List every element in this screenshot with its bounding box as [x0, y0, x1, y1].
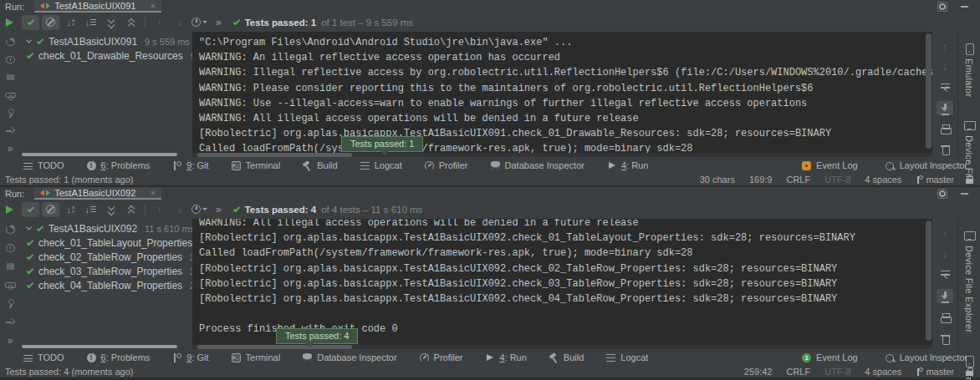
show-passed-button[interactable]	[22, 202, 39, 217]
run-tab[interactable]: TestA1BasicUIX092 ×	[34, 187, 161, 200]
git-branch[interactable]: master	[916, 367, 954, 377]
show-ignored-button[interactable]	[42, 202, 59, 217]
git-branch[interactable]: master	[916, 175, 954, 185]
tool-window-button[interactable]: Layout Inspector	[880, 351, 972, 365]
console-vertical-scrollbar[interactable]	[926, 220, 932, 341]
import-test-results-icon[interactable]	[5, 125, 16, 134]
test-tree-row[interactable]: check_04_TableRow_Properties 278 ms	[20, 278, 192, 292]
up-stacktrace-icon[interactable]: ↑	[942, 40, 948, 53]
expand-all-button[interactable]	[102, 15, 120, 30]
console-horizontal-scrollbar[interactable]	[192, 153, 932, 157]
tool-stripe-button[interactable]: Device File Explorer	[964, 231, 974, 332]
tool-window-button[interactable]: Event Log	[797, 351, 862, 365]
caret-position[interactable]: 169:9	[749, 175, 773, 185]
soft-wrap-button[interactable]	[937, 267, 953, 281]
screenshot-icon[interactable]	[5, 90, 16, 99]
import-test-results-icon[interactable]	[5, 317, 16, 327]
line-ending[interactable]: CRLF	[786, 175, 810, 185]
chevron-down-icon[interactable]	[26, 38, 32, 43]
gear-icon[interactable]	[937, 189, 947, 199]
test-tree-row[interactable]: TestA1BasicUIX092 (org.aplas.basicappx) …	[20, 221, 192, 236]
sort-by-duration-button[interactable]: ↓	[82, 15, 100, 30]
file-encoding[interactable]: UTF-8	[824, 175, 850, 185]
pin-icon[interactable]	[5, 108, 16, 117]
indent-setting[interactable]: 4 spaces	[865, 367, 901, 377]
more-actions-chevron[interactable]: »	[216, 204, 222, 215]
rerun-icon[interactable]	[5, 38, 16, 47]
stop-icon[interactable]	[5, 261, 16, 271]
print-button[interactable]	[937, 311, 953, 325]
clear-all-button[interactable]	[937, 332, 953, 347]
tool-window-button[interactable]: Database Inspector	[486, 159, 589, 173]
sort-by-duration-button[interactable]: ↓	[82, 202, 100, 217]
down-stacktrace-icon[interactable]: ↓	[942, 247, 948, 260]
test-tree-row[interactable]: check_01_Drawable_Resources 9 s 559 ms	[20, 48, 192, 63]
rerun-tests-button[interactable]	[6, 18, 13, 27]
tool-window-button[interactable]: TODO	[18, 159, 69, 173]
hidden-stripe-chevron[interactable]: »	[8, 335, 13, 347]
tree-horizontal-scrollbar[interactable]	[22, 153, 177, 156]
down-stacktrace-icon[interactable]: ↓	[942, 60, 948, 73]
lock-icon[interactable]	[966, 367, 973, 376]
test-history-icon[interactable]	[5, 55, 16, 64]
next-occurrence-button[interactable]: ↓	[171, 202, 188, 217]
tool-window-button[interactable]: Layout Inspector	[880, 159, 972, 173]
tool-window-button[interactable]: 9: Git	[167, 159, 212, 173]
screenshot-icon[interactable]	[5, 280, 16, 290]
show-ignored-button[interactable]	[42, 15, 59, 30]
tool-stripe-button[interactable]: Emulator	[964, 43, 974, 97]
tool-window-button[interactable]: Logcat	[601, 351, 652, 365]
rerun-tests-button[interactable]	[6, 205, 13, 214]
console-vertical-scrollbar[interactable]	[926, 33, 932, 149]
rerun-icon[interactable]	[5, 225, 16, 235]
collapse-all-button[interactable]	[122, 202, 140, 217]
stop-icon[interactable]	[5, 73, 16, 82]
indent-setting[interactable]: 4 spaces	[865, 175, 901, 185]
test-history-icon[interactable]	[5, 243, 16, 253]
run-tab[interactable]: TestA1BasicUIX091 ×	[34, 0, 161, 13]
test-tree-row[interactable]: check_01_TableLayout_Properties 10 s 644…	[20, 236, 192, 250]
gear-icon[interactable]	[937, 2, 947, 12]
tool-window-button[interactable]: 6: Problems	[82, 351, 155, 365]
collapse-all-button[interactable]	[122, 15, 140, 30]
test-tree-row[interactable]: TestA1BasicUIX091 (org.aplas.basicappx) …	[20, 34, 192, 48]
tool-window-button[interactable]: Profiler	[415, 351, 467, 365]
pin-icon[interactable]	[5, 298, 16, 308]
hidden-stripe-chevron[interactable]: »	[8, 143, 13, 155]
close-icon[interactable]: ×	[151, 188, 156, 198]
tree-horizontal-scrollbar[interactable]	[22, 345, 177, 348]
caret-position[interactable]: 259:42	[744, 367, 773, 377]
previous-occurrence-button[interactable]: ↑	[151, 15, 168, 30]
chevron-down-icon[interactable]	[26, 225, 32, 231]
tool-window-button[interactable]: Event Log	[797, 159, 862, 173]
console-output[interactable]: "C:\Program Files\Android\Android Studio…	[192, 32, 932, 157]
file-encoding[interactable]: UTF-8	[824, 367, 850, 377]
tool-window-button[interactable]: Build	[544, 351, 588, 365]
print-button[interactable]	[937, 123, 953, 136]
test-history-button[interactable]	[191, 15, 208, 30]
test-tree-row[interactable]: check_02_TableRow_Properties 344 ms	[20, 250, 192, 264]
close-icon[interactable]: ×	[151, 1, 156, 11]
tool-window-button[interactable]: Terminal	[227, 351, 285, 365]
tool-window-button[interactable]: 6: Problems	[82, 159, 155, 173]
previous-occurrence-button[interactable]: ↑	[151, 202, 168, 217]
tool-window-button[interactable]: Build	[298, 159, 341, 173]
lock-icon[interactable]	[966, 175, 973, 184]
tool-window-button[interactable]: Logcat	[355, 159, 406, 173]
more-actions-chevron[interactable]: »	[216, 17, 222, 28]
tool-window-button[interactable]: 9: Git	[167, 351, 212, 365]
tool-window-button[interactable]: 4: Run	[602, 159, 652, 173]
minimize-icon[interactable]	[961, 193, 968, 195]
tool-window-button[interactable]: Database Inspector	[298, 351, 401, 365]
test-history-button[interactable]	[191, 202, 208, 217]
show-passed-button[interactable]	[22, 15, 39, 30]
test-tree-row[interactable]: check_03_TableRow_Properties 344 ms	[20, 264, 192, 278]
tool-window-button[interactable]: 4: Run	[480, 351, 530, 365]
line-ending[interactable]: CRLF	[786, 367, 810, 377]
scroll-to-end-button[interactable]	[937, 289, 953, 303]
soft-wrap-button[interactable]	[937, 80, 953, 94]
expand-all-button[interactable]	[102, 202, 120, 217]
tool-window-button[interactable]: Profiler	[420, 159, 472, 173]
console-horizontal-scrollbar[interactable]	[192, 345, 932, 349]
sort-alphabetically-button[interactable]: ↓a z	[62, 15, 79, 30]
